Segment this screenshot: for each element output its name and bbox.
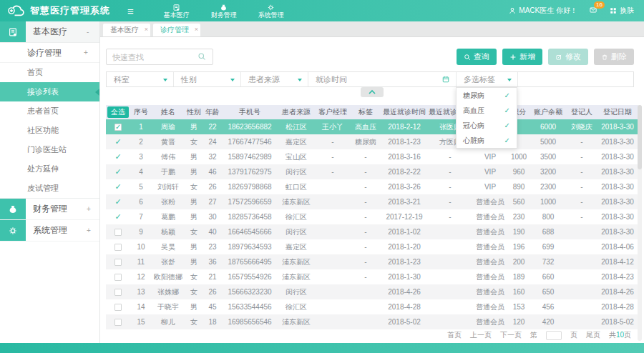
pagination-prev[interactable]: 上一页 xyxy=(470,330,492,340)
calendar-icon xyxy=(441,75,450,84)
edit-icon xyxy=(555,54,562,61)
sidebar-group-diagnosis-management[interactable]: 诊疗管理 + xyxy=(0,43,99,63)
filter-3[interactable]: 患者来源 xyxy=(241,72,308,86)
toolbar-button-3[interactable]: 修改 xyxy=(548,49,588,65)
row-select-cell xyxy=(106,299,130,314)
filter-1[interactable]: 科室 xyxy=(107,72,174,86)
row-checkbox-empty[interactable] xyxy=(114,229,122,236)
sidebar-subitem-1[interactable]: 首页 xyxy=(0,63,99,82)
row-checkbox-empty[interactable] xyxy=(114,274,122,281)
table-cell: 2018-3-30 xyxy=(597,209,638,224)
pagination-page-prefix: 第 xyxy=(530,330,537,340)
row-check-icon[interactable]: ✓ xyxy=(114,137,121,146)
table-row[interactable]: 13张姝娜女2615666323230闵行区2018-4-26普通会员16065… xyxy=(106,284,638,299)
topnav-item-1[interactable]: 基本医疗 xyxy=(164,4,190,19)
filter-5[interactable]: 多选标签 xyxy=(457,72,518,86)
table-cell xyxy=(315,209,351,224)
trash-icon xyxy=(601,54,608,61)
change-skin-button[interactable]: 换肤 xyxy=(609,6,634,16)
sidebar-subitem-5[interactable]: 门诊医生站 xyxy=(0,140,99,159)
pagination-last[interactable]: 尾页 xyxy=(586,330,600,340)
table-cell: 徐汇区 xyxy=(278,209,315,224)
table-cell: 7 xyxy=(130,209,152,224)
hamburger-menu-icon[interactable]: ≡ xyxy=(127,5,134,17)
table-row[interactable]: ✓4于鹏男4613791762975闵行区--2018-2-22-VIP9603… xyxy=(106,164,638,179)
app-title: 智慧医疗管理系统 xyxy=(30,4,110,17)
topnav-item-3[interactable]: 系统管理 xyxy=(258,4,284,19)
row-check-icon[interactable]: ✓ xyxy=(114,152,121,161)
row-checkbox-empty[interactable] xyxy=(114,259,122,266)
row-checkbox-empty[interactable] xyxy=(114,244,122,251)
table-row[interactable]: 9杨颖女4016646545666闵行区-2018-1-02普通会员190688… xyxy=(106,224,638,239)
row-check-icon[interactable]: ✓ xyxy=(114,212,121,221)
table-cell: 黄晋 xyxy=(152,134,185,149)
table-cell: 2018-4-06 xyxy=(597,239,638,254)
table-row[interactable]: 15柳儿女1816985656546浦东新区2018-5-02普通会员12042… xyxy=(106,314,638,329)
vertical-scrollbar[interactable] xyxy=(638,105,642,341)
topnav-item-2[interactable]: 财务管理 xyxy=(211,4,237,19)
table-row[interactable]: 12欧阳德娜女2116579554926浦东新区-2018-1-30普通会员18… xyxy=(106,269,638,284)
sidebar-item-basic-medical[interactable]: 基本医疗 - xyxy=(0,21,99,43)
table-cell: - xyxy=(567,164,597,179)
sidebar-section-1[interactable]: 财务管理+ xyxy=(0,199,99,220)
row-checkbox-empty[interactable] xyxy=(114,304,122,311)
row-checkbox-empty[interactable] xyxy=(114,319,122,326)
tag-option-4[interactable]: 心脏病✓ xyxy=(457,133,517,148)
table-cell: - xyxy=(351,164,381,179)
sidebar-item-label: 基本医疗 xyxy=(26,21,87,42)
row-select-cell xyxy=(106,239,130,254)
form-icon xyxy=(0,21,26,42)
sidebar-section-2[interactable]: 系统管理+ xyxy=(0,220,99,242)
table-row[interactable]: 10吴昊男2318979634593嘉定区-2018-1-20普通会员19669… xyxy=(106,239,638,254)
table-row[interactable]: 14于晓宇男4515633544456徐汇区2018-4-28普通会员15345… xyxy=(106,299,638,314)
tag-option-3[interactable]: 冠心病✓ xyxy=(457,118,517,133)
scrollbar-thumb[interactable] xyxy=(638,105,642,169)
table-row[interactable]: ✓3傅伟男3215897462989宝山区--2018-3-16-VIP1000… xyxy=(106,149,638,164)
table-row[interactable]: ✓2黄晋女2417667477546嘉定区-糖尿病2018-1-23方医师500… xyxy=(106,134,638,149)
sidebar-subitem-6[interactable]: 处方延伸 xyxy=(0,159,99,179)
sidebar-subitem-3[interactable]: 患者首页 xyxy=(0,101,99,121)
pagination-next[interactable]: 下一页 xyxy=(500,330,522,340)
table-cell: 普通会员 xyxy=(472,269,508,284)
close-tab-icon[interactable]: × xyxy=(145,23,148,36)
pagination-first[interactable]: 首页 xyxy=(447,330,462,340)
table-cell: 17572596659 xyxy=(222,194,278,209)
filter-2[interactable]: 性别 xyxy=(174,72,241,86)
row-check-icon[interactable]: ✓ xyxy=(114,182,121,191)
select-all-button[interactable]: 全选 xyxy=(107,106,129,118)
toolbar-button-2[interactable]: 新增 xyxy=(502,49,542,65)
table-row[interactable]: ✓5刘润轩女2618269798868虹口区-2018-3-26-VIP8902… xyxy=(106,179,638,194)
table-row[interactable]: ✓7葛鹏男3018285736458徐汇区-2017-12-19-普通会员230… xyxy=(106,209,638,224)
patient-table-wrap: 全选序号姓名性别年龄手机号患者来源客户经理标签最近就诊时间最近就诊医生会员等级积… xyxy=(106,105,634,329)
row-checkbox-checked[interactable] xyxy=(114,124,122,131)
table-cell: VIP xyxy=(472,179,508,194)
row-select-cell: ✓ xyxy=(106,179,130,194)
row-checkbox-empty[interactable] xyxy=(114,289,122,296)
close-tab-icon[interactable]: × xyxy=(195,23,198,36)
sidebar-subitem-2[interactable]: 接诊列表 xyxy=(0,82,99,101)
sidebar-subitem-7[interactable]: 皮试管理 xyxy=(0,179,99,198)
table-row[interactable]: ✓6张粉男2717572596659浦东新区-2018-3-21-普通会员560… xyxy=(106,194,638,209)
table-row[interactable]: 1周瑜男2218623656882松江区王小丫高血压2018-2-12张医师60… xyxy=(106,119,638,134)
messages-button[interactable]: 16 xyxy=(589,6,597,16)
total-prefix: 共 xyxy=(609,331,616,339)
table-cell: 2018-3-30 xyxy=(597,164,638,179)
tag-option-1[interactable]: 糖尿病✓ xyxy=(457,88,517,103)
row-check-icon[interactable]: ✓ xyxy=(114,197,121,206)
table-cell: 40 xyxy=(203,224,222,239)
page-number-input[interactable] xyxy=(546,331,562,340)
toolbar-button-4[interactable]: 删除 xyxy=(594,49,634,65)
row-check-icon[interactable]: ✓ xyxy=(114,167,121,176)
toolbar-button-1[interactable]: 查询 xyxy=(457,49,497,65)
table-cell: 于鹏 xyxy=(152,164,185,179)
user-greeting[interactable]: MACK医生 你好！ xyxy=(508,6,577,16)
tab-1[interactable]: 基本医疗× xyxy=(103,24,150,36)
tag-option-2[interactable]: 高血压✓ xyxy=(457,103,517,118)
table-row[interactable]: 11张舒男3618765666495浦东新区-2018-1-23普通会员2007… xyxy=(106,254,638,269)
table-cell: 普通会员 xyxy=(472,254,508,269)
tab-2[interactable]: 诊疗管理× xyxy=(153,24,200,36)
table-cell: 2018-3-30 xyxy=(597,224,638,239)
filter-4[interactable]: 就诊时间 xyxy=(308,72,457,86)
sidebar-subitem-4[interactable]: 社区功能 xyxy=(0,121,99,140)
collapse-filters-button[interactable] xyxy=(361,87,384,97)
